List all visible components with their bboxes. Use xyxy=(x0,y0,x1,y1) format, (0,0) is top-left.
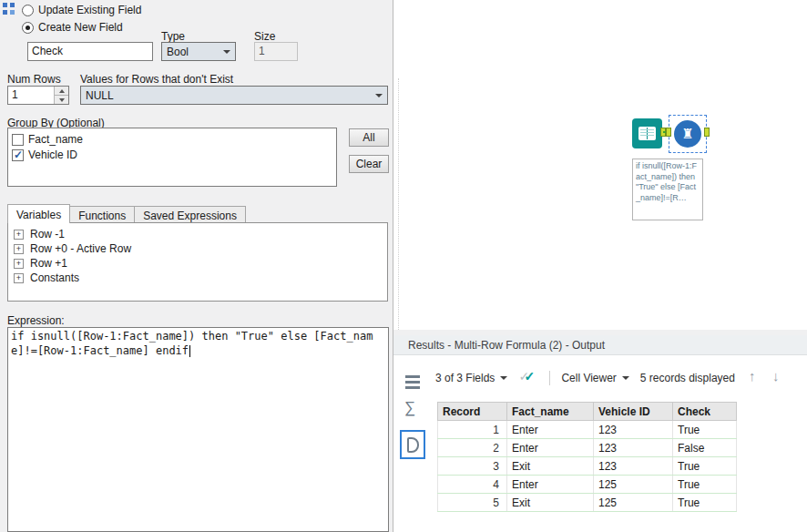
stepper-up-icon[interactable] xyxy=(54,87,68,95)
cell-vehicle-id[interactable]: 125 xyxy=(594,494,673,512)
col-header-vehicle-id[interactable]: Vehicle ID xyxy=(594,403,673,421)
expand-icon[interactable]: + xyxy=(14,259,24,269)
book-icon xyxy=(638,127,656,140)
cell-fact-name[interactable]: Enter xyxy=(507,476,594,494)
tool-annotation[interactable]: if isnull([Row-1:Fact_name]) then "True"… xyxy=(632,159,703,220)
tree-item-constants[interactable]: + Constants xyxy=(14,271,79,284)
cell-record: 1 xyxy=(438,421,507,439)
table-row[interactable]: 3 Exit 123 True xyxy=(438,457,737,476)
multirow-input-anchor[interactable] xyxy=(666,128,671,137)
results-view-strip: ∑ xyxy=(393,355,434,532)
values-missing-rows-label: Values for Rows that don't Exist xyxy=(80,73,233,86)
cell-record: 4 xyxy=(438,476,507,494)
stepper-buttons[interactable] xyxy=(54,87,68,104)
multi-row-formula-tool-icon[interactable]: ♜ xyxy=(674,120,701,148)
table-row[interactable]: 2 Enter 123 False xyxy=(438,439,737,457)
type-label: Type xyxy=(161,30,185,43)
records-displayed-text: 5 records displayed xyxy=(640,372,735,384)
page-icon xyxy=(407,437,419,453)
scroll-down-icon[interactable]: ↓ xyxy=(772,368,780,384)
tree-item-row-plus-1[interactable]: + Row +1 xyxy=(14,257,67,270)
type-dropdown[interactable]: Bool xyxy=(161,42,236,61)
data-view-selected[interactable] xyxy=(400,430,425,459)
clear-button[interactable]: Clear xyxy=(349,155,389,173)
table-row[interactable]: 1 Enter 123 True xyxy=(438,421,737,439)
cell-vehicle-id[interactable]: 123 xyxy=(594,421,673,439)
expression-editor[interactable]: if isnull([Row-1:Fact_name]) then "True"… xyxy=(7,327,389,532)
multi-row-formula-config-panel: Update Existing Field Create New Field C… xyxy=(0,0,393,532)
tab-variables[interactable]: Variables xyxy=(7,204,70,223)
num-rows-stepper[interactable]: 1 xyxy=(7,86,69,105)
expand-icon[interactable]: + xyxy=(14,273,24,283)
expand-icon[interactable]: + xyxy=(14,244,24,254)
tree-item-row-minus-1[interactable]: + Row -1 xyxy=(14,228,65,240)
chevron-down-icon xyxy=(622,376,629,380)
update-existing-field-label: Update Existing Field xyxy=(38,4,141,16)
checkbox[interactable] xyxy=(12,149,24,161)
create-new-field-label: Create New Field xyxy=(38,21,123,34)
multirow-output-anchor[interactable] xyxy=(704,128,710,137)
values-missing-rows-dropdown[interactable]: NULL xyxy=(80,86,388,105)
text-cursor xyxy=(189,345,190,357)
update-existing-field-radio[interactable] xyxy=(22,5,34,16)
chevron-down-icon xyxy=(223,50,230,54)
stepper-down-icon[interactable] xyxy=(54,95,68,104)
cell-check[interactable]: True xyxy=(673,476,737,494)
col-header-record[interactable]: Record xyxy=(438,403,507,421)
results-title: Results - Multi-Row Formula (2) - Output xyxy=(408,339,605,352)
results-table[interactable]: Record Fact_name Vehicle ID Check 1 Ente… xyxy=(437,402,737,512)
num-rows-value: 1 xyxy=(12,88,18,101)
cell-fact-name[interactable]: Exit xyxy=(507,494,594,512)
results-toolbar: 3 of 3 Fields ✓ ✓ Cell Viewer 5 records … xyxy=(435,366,735,390)
col-header-check[interactable]: Check xyxy=(673,403,737,421)
tab-functions[interactable]: Functions xyxy=(69,206,135,223)
tree-item-label: Row -1 xyxy=(30,228,65,240)
size-label: Size xyxy=(254,30,275,43)
input-data-tool[interactable] xyxy=(632,118,662,148)
table-view-icon[interactable] xyxy=(405,375,420,378)
cell-fact-name[interactable]: Enter xyxy=(507,439,594,457)
table-row[interactable]: 5 Exit 125 True xyxy=(438,494,737,512)
expand-icon[interactable]: + xyxy=(14,230,24,240)
table-row[interactable]: 4 Enter 125 True xyxy=(438,476,737,494)
page-margin-guide xyxy=(398,78,399,330)
cell-check[interactable]: True xyxy=(673,494,737,512)
group-by-listbox[interactable]: Fact_name Vehicle ID xyxy=(7,128,337,187)
fields-dropdown[interactable]: 3 of 3 Fields xyxy=(435,372,507,384)
cell-fact-name[interactable]: Exit xyxy=(507,457,594,476)
create-new-field-radio[interactable] xyxy=(22,22,34,34)
cell-vehicle-id[interactable]: 125 xyxy=(594,476,673,494)
new-field-name-input[interactable]: Check xyxy=(27,42,153,61)
group-by-item-vehicle-id[interactable]: Vehicle ID xyxy=(12,148,77,162)
tree-item-label: Row +0 - Active Row xyxy=(30,242,131,255)
cell-fact-name[interactable]: Enter xyxy=(507,421,594,439)
toolbar-separator xyxy=(549,371,550,385)
tab-saved-expressions[interactable]: Saved Expressions xyxy=(134,206,246,223)
cell-viewer-dropdown[interactable]: Cell Viewer xyxy=(561,372,628,384)
tool-palette-icon xyxy=(3,3,15,15)
group-by-item-fact-name[interactable]: Fact_name xyxy=(12,132,83,147)
num-rows-label: Num Rows xyxy=(7,73,61,86)
size-input: 1 xyxy=(254,42,298,61)
app-window: Update Existing Field Create New Field C… xyxy=(0,0,807,532)
cell-vehicle-id[interactable]: 123 xyxy=(594,439,673,457)
values-missing-rows-value: NULL xyxy=(86,89,114,102)
tree-item-row-0-active[interactable]: + Row +0 - Active Row xyxy=(14,242,131,255)
group-by-item-label: Vehicle ID xyxy=(28,148,77,161)
checkbox[interactable] xyxy=(12,134,24,146)
table-header-row: Record Fact_name Vehicle ID Check xyxy=(438,403,737,421)
col-header-fact-name[interactable]: Fact_name xyxy=(507,403,594,421)
all-button[interactable]: All xyxy=(349,128,389,147)
profile-view-icon[interactable]: ∑ xyxy=(404,399,415,417)
type-value: Bool xyxy=(167,46,189,58)
cell-check[interactable]: False xyxy=(673,439,737,457)
cell-vehicle-id[interactable]: 123 xyxy=(594,457,673,476)
cell-check[interactable]: True xyxy=(673,421,737,439)
cell-viewer-label: Cell Viewer xyxy=(561,372,616,384)
scroll-up-icon[interactable]: ↑ xyxy=(749,368,756,384)
cell-check[interactable]: True xyxy=(673,457,737,476)
variables-tree[interactable]: + Row -1 + Row +0 - Active Row + Row +1 … xyxy=(7,222,388,302)
apply-check-icon[interactable]: ✓ ✓ xyxy=(518,371,538,385)
cell-record: 5 xyxy=(438,494,507,512)
workflow-canvas[interactable]: ♜ if isnull([Row-1:Fact_name]) then "Tru… xyxy=(393,0,807,330)
